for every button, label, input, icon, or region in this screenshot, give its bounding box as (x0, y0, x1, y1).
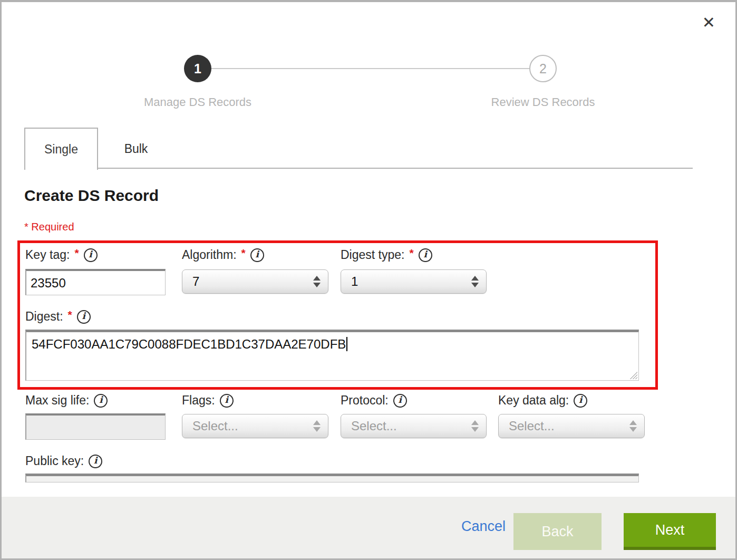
flags-select[interactable]: Select... (182, 414, 328, 438)
digest-value: 54FCF030AA1C79C0088FDEC1BD1C37DAA2E70DFB (32, 337, 346, 351)
info-icon-glyph: i (89, 250, 92, 259)
tab-bar: Single Bulk (24, 128, 693, 169)
cancel-button[interactable]: Cancel (461, 518, 506, 535)
info-icon-glyph: i (94, 456, 97, 465)
info-icon[interactable]: i (393, 394, 407, 408)
max-sig-life-label: Max sig life: i (25, 393, 108, 408)
algorithm-select[interactable]: 7 (182, 269, 328, 294)
stepper-connector (210, 68, 529, 69)
algorithm-select-value: 7 (192, 274, 313, 289)
page-title: Create DS Record (24, 187, 159, 205)
info-icon-glyph: i (579, 395, 582, 404)
public-key-textarea (25, 474, 639, 482)
digest-type-select-value: 1 (351, 274, 471, 289)
protocol-select-value: Select... (351, 419, 471, 433)
key-tag-input[interactable] (25, 269, 166, 295)
dialog-footer: Cancel Back Next (2, 497, 735, 558)
step-1-circle: 1 (184, 55, 211, 82)
step-2-label: Review DS Records (464, 95, 622, 109)
tab-single[interactable]: Single (24, 128, 98, 170)
info-icon[interactable]: i (89, 455, 102, 468)
key-tag-label: Key tag: * i (25, 248, 98, 262)
step-2-circle: 2 (529, 55, 557, 82)
digest-label-text: Digest: (25, 310, 63, 324)
info-icon-glyph: i (99, 395, 102, 404)
info-icon[interactable]: i (574, 394, 587, 408)
select-arrows-icon (313, 276, 321, 287)
key-data-alg-select-value: Select... (509, 419, 629, 433)
info-icon-glyph: i (225, 395, 228, 404)
flags-select-value: Select... (192, 419, 313, 433)
algorithm-label-text: Algorithm: (182, 248, 237, 262)
max-sig-life-input (25, 413, 166, 440)
info-icon-glyph: i (82, 312, 85, 321)
digest-type-label-text: Digest type: (341, 248, 404, 262)
info-icon[interactable]: i (94, 394, 108, 408)
tab-bulk[interactable]: Bulk (98, 128, 174, 170)
select-arrows-icon (471, 276, 479, 287)
info-icon-glyph: i (423, 250, 426, 259)
required-asterisk: * (409, 247, 413, 259)
protocol-select[interactable]: Select... (341, 414, 487, 438)
back-button: Back (513, 513, 602, 550)
protocol-label-text: Protocol: (341, 393, 389, 408)
info-icon-glyph: i (256, 250, 259, 259)
digest-textarea[interactable]: 54FCF030AA1C79C0088FDEC1BD1C37DAA2E70DFB (25, 330, 639, 381)
select-arrows-icon (471, 420, 479, 432)
key-tag-label-text: Key tag: (25, 248, 70, 262)
select-arrows-icon (313, 420, 321, 432)
protocol-label: Protocol: i (341, 393, 407, 408)
required-asterisk: * (68, 308, 72, 321)
info-icon[interactable]: i (250, 248, 264, 262)
flags-label: Flags: i (182, 393, 234, 408)
text-cursor (346, 337, 347, 351)
key-data-alg-label: Key data alg: i (498, 393, 587, 408)
max-sig-life-label-text: Max sig life: (25, 393, 89, 408)
info-icon-glyph: i (399, 395, 402, 404)
info-icon[interactable]: i (419, 248, 432, 262)
digest-type-select[interactable]: 1 (341, 269, 487, 294)
public-key-label: Public key: i (25, 454, 102, 468)
info-icon[interactable]: i (84, 248, 98, 262)
info-icon[interactable]: i (220, 394, 234, 408)
select-arrows-icon (629, 420, 637, 432)
public-key-label-text: Public key: (25, 454, 84, 468)
required-note: * Required (24, 221, 74, 233)
flags-label-text: Flags: (182, 393, 215, 408)
required-asterisk: * (74, 247, 79, 259)
digest-type-label: Digest type: * i (341, 248, 432, 262)
close-icon[interactable]: ✕ (702, 15, 715, 31)
resize-handle[interactable] (629, 371, 637, 379)
key-data-alg-label-text: Key data alg: (498, 393, 569, 408)
digest-label: Digest: * i (25, 310, 91, 324)
step-1-label: Manage DS Records (119, 95, 277, 109)
required-asterisk: * (241, 247, 246, 259)
key-data-alg-select[interactable]: Select... (498, 414, 645, 438)
next-button[interactable]: Next (624, 513, 716, 550)
algorithm-label: Algorithm: * i (182, 248, 264, 262)
info-icon[interactable]: i (77, 310, 91, 324)
create-ds-record-dialog: ✕ 1 2 Manage DS Records Review DS Record… (0, 0, 737, 560)
